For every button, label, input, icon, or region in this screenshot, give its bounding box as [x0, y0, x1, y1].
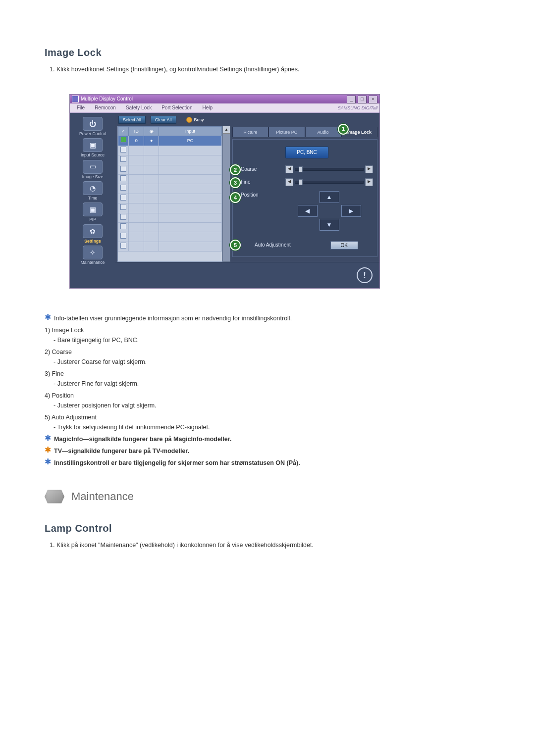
close-button[interactable]: × — [369, 96, 377, 103]
auto-adjustment-label: Auto Adjustment — [255, 241, 291, 249]
menu-port-selection[interactable]: Port Selection — [157, 104, 197, 112]
slider-left-icon[interactable]: ◀ — [285, 178, 293, 186]
table-row[interactable] — [118, 146, 222, 155]
tab-picture[interactable]: Picture — [232, 127, 268, 137]
row-checkbox[interactable] — [120, 185, 126, 191]
callout-3: 3 — [230, 177, 241, 188]
slider-right-icon[interactable]: ▶ — [365, 178, 373, 186]
menu-remocon[interactable]: Remocon — [90, 104, 121, 112]
table-row[interactable] — [118, 174, 222, 184]
busy-label: Busy — [194, 116, 204, 123]
coarse-label: Coarse — [241, 165, 285, 173]
table-row[interactable] — [118, 242, 222, 251]
section-title-lamp-control: Lamp Control — [45, 520, 495, 536]
warning-icon: ! — [357, 267, 373, 283]
col-id: ID — [129, 127, 144, 136]
maximize-button[interactable]: □ — [358, 96, 367, 103]
row-status: ● — [144, 136, 159, 146]
maintenance-section-icon — [45, 488, 64, 505]
coarse-slider[interactable]: ◀ ▶ — [285, 165, 373, 173]
note-tv: ✱ TV—signalkilde fungerer bare på TV-mod… — [45, 446, 495, 456]
row-checkbox[interactable] — [120, 233, 126, 239]
position-down-button[interactable]: ▼ — [320, 219, 339, 231]
row-checkbox[interactable] — [120, 156, 126, 162]
position-left-button[interactable]: ◀ — [298, 205, 318, 217]
row-checkbox[interactable] — [120, 223, 126, 229]
sidebar-item-label: Settings — [73, 239, 112, 244]
minimize-button[interactable]: _ — [347, 96, 356, 103]
list-item: 1) Image Lock- Bare tilgjengelig for PC,… — [45, 325, 495, 345]
sidebar-item-settings[interactable]: ✿ Settings — [73, 224, 112, 244]
fine-slider[interactable]: ◀ ▶ — [285, 178, 373, 186]
pip-icon: ▣ — [83, 202, 103, 216]
callout-1: 1 — [338, 124, 349, 135]
row-checkbox[interactable] — [120, 147, 126, 152]
clear-all-button[interactable]: Clear All — [151, 116, 176, 124]
notes-list: 1) Image Lock- Bare tilgjengelig for PC,… — [45, 325, 495, 432]
row-checkbox[interactable] — [120, 243, 126, 249]
busy-dot-icon — [186, 117, 192, 123]
col-input: Input — [159, 127, 222, 136]
table-row[interactable]: 0 ● PC — [118, 136, 222, 146]
lamp-control-intro-item: Klikk på ikonet "Maintenance" (vedlikeho… — [56, 540, 495, 550]
slider-right-icon[interactable]: ▶ — [365, 165, 373, 173]
row-checkbox[interactable] — [120, 137, 126, 143]
row-checkbox[interactable] — [120, 204, 126, 210]
app-window: Multiple Display Control _ □ × File Remo… — [69, 94, 380, 289]
sidebar-item-time[interactable]: ◔ Time — [73, 181, 112, 201]
list-item: 5) Auto Adjustment- Trykk for selvjuster… — [45, 412, 495, 432]
table-row[interactable] — [118, 213, 222, 222]
row-checkbox[interactable] — [120, 195, 126, 201]
table-row[interactable] — [118, 184, 222, 194]
sidebar-item-label: Image Size — [73, 175, 112, 179]
table-row[interactable] — [118, 232, 222, 242]
note-power: ✱ Innstillingskontroll er bare tilgjenge… — [45, 458, 495, 468]
section-heading-maintenance: Maintenance — [45, 488, 495, 505]
table-row[interactable] — [118, 194, 222, 203]
tab-audio[interactable]: Audio — [305, 127, 341, 137]
position-up-button[interactable]: ▲ — [320, 191, 339, 203]
list-item: 3) Fine- Justerer Fine for valgt skjerm. — [45, 369, 495, 389]
sidebar-item-label: Power Control — [73, 132, 112, 136]
position-right-button[interactable]: ▶ — [341, 205, 361, 217]
grid-scrollbar[interactable]: ▲ — [222, 126, 230, 262]
sidebar-item-label: PIP — [73, 217, 112, 222]
input-source-icon: ▣ — [83, 138, 103, 152]
maintenance-icon: ✧ — [83, 246, 103, 259]
row-checkbox[interactable] — [120, 166, 126, 172]
lamp-control-intro-list: Klikk på ikonet "Maintenance" (vedlikeho… — [45, 540, 495, 550]
tab-picture-pc[interactable]: Picture PC — [268, 127, 305, 137]
ok-button[interactable]: OK — [330, 241, 358, 250]
table-row[interactable] — [118, 155, 222, 165]
top-actions: Select All Clear All Busy — [115, 113, 379, 126]
table-row[interactable] — [118, 222, 222, 232]
mode-badge: PC, BNC — [285, 147, 328, 158]
scroll-up-icon[interactable]: ▲ — [223, 126, 230, 134]
slider-left-icon[interactable]: ◀ — [285, 165, 293, 173]
menu-help[interactable]: Help — [197, 104, 217, 112]
col-check: ✓ — [118, 127, 129, 136]
image-size-icon: ▭ — [83, 160, 103, 174]
sidebar-item-pip[interactable]: ▣ PIP — [73, 202, 112, 222]
sidebar-item-power-control[interactable]: ⏻ Power Control — [73, 117, 112, 136]
sidebar-item-maintenance[interactable]: ✧ Maintenance — [73, 246, 112, 265]
position-label: Position — [241, 191, 285, 199]
star-icon: ✱ — [45, 458, 51, 466]
menu-file[interactable]: File — [72, 104, 90, 112]
table-row[interactable] — [118, 203, 222, 213]
list-item: 2) Coarse- Justerer Coarse for valgt skj… — [45, 347, 495, 367]
menu-safety-lock[interactable]: Safety Lock — [121, 104, 157, 112]
busy-indicator: Busy — [186, 116, 204, 123]
star-icon: ✱ — [45, 434, 51, 442]
sidebar-item-input-source[interactable]: ▣ Input Source — [73, 138, 112, 157]
sidebar-item-image-size[interactable]: ▭ Image Size — [73, 160, 112, 179]
row-input: PC — [159, 136, 222, 146]
table-row[interactable] — [118, 165, 222, 174]
power-icon: ⏻ — [83, 117, 103, 131]
select-all-button[interactable]: Select All — [118, 116, 146, 124]
row-checkbox[interactable] — [120, 175, 126, 181]
brand-label: SAMSUNG DIGITall — [338, 104, 377, 111]
section-title-image-lock: Image Lock — [45, 45, 495, 60]
row-checkbox[interactable] — [120, 214, 126, 220]
col-status: ◉ — [144, 127, 159, 136]
